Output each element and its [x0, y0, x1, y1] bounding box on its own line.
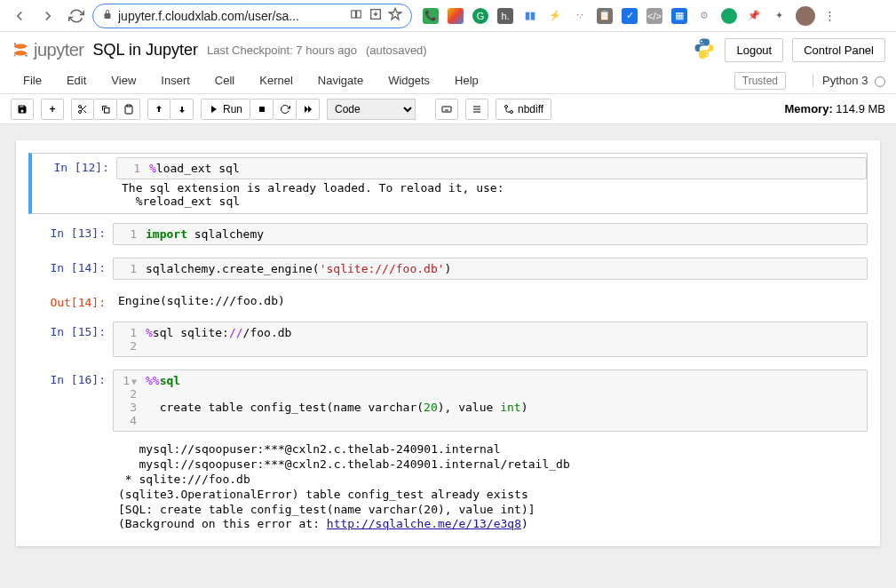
- cell-type-select[interactable]: Code: [327, 99, 416, 120]
- menu-widgets[interactable]: Widgets: [376, 74, 442, 87]
- star-icon[interactable]: [388, 7, 402, 24]
- run-button[interactable]: Run: [201, 99, 250, 120]
- code-input[interactable]: 1%load_ext sql: [116, 157, 867, 179]
- stop-button[interactable]: [250, 99, 274, 120]
- install-icon[interactable]: [369, 7, 383, 24]
- ext-icon[interactable]: [448, 8, 464, 24]
- jupyter-logo[interactable]: jupyter: [11, 40, 84, 60]
- control-panel-button[interactable]: Control Panel: [792, 38, 885, 62]
- ext-icon[interactable]: ✓: [622, 8, 638, 24]
- svg-point-8: [79, 105, 82, 107]
- nbdiff-button[interactable]: nbdiff: [496, 99, 551, 120]
- cell-output: Engine(sqlite:///foo.db): [113, 292, 868, 309]
- checkpoint-text: Last Checkpoint: 7 hours ago: [207, 44, 357, 57]
- profile-avatar[interactable]: [796, 6, 815, 26]
- back-button[interactable]: [7, 4, 32, 28]
- logout-button[interactable]: Logout: [725, 38, 783, 62]
- toolbar: + Run Code nbdiff Memory: 114.9 MB: [0, 94, 896, 124]
- ext-icon[interactable]: </>: [646, 8, 662, 24]
- address-bar[interactable]: jupyter.f.cloudxlab.com/user/sa...: [92, 4, 412, 28]
- input-prompt: In [12]:: [32, 157, 116, 210]
- notebook-title[interactable]: SQL in Jupyter: [93, 41, 198, 60]
- code-cell[interactable]: In [12]: 1%load_ext sql The sql extensio…: [28, 153, 868, 214]
- menu-help[interactable]: Help: [442, 74, 491, 87]
- svg-rect-10: [104, 107, 109, 113]
- cut-button[interactable]: [71, 99, 94, 120]
- ext-icon[interactable]: G: [472, 8, 488, 24]
- menu-view[interactable]: View: [99, 74, 148, 87]
- jupyter-header: jupyter SQL in Jupyter Last Checkpoint: …: [0, 32, 896, 68]
- menu-bar: File Edit View Insert Cell Kernel Naviga…: [0, 68, 896, 94]
- output-row: Out[14]: Engine(sqlite:///foo.db): [28, 289, 868, 313]
- paste-button[interactable]: [117, 99, 140, 120]
- menu-edit[interactable]: Edit: [54, 74, 99, 87]
- cell-output: mysql://sqoopuser:***@cxln2.c.thelab-240…: [113, 441, 868, 534]
- input-prompt: In [16]:: [28, 369, 113, 432]
- error-link[interactable]: http://sqlalche.me/e/13/e3q8: [327, 517, 521, 530]
- copy-button[interactable]: [94, 99, 117, 120]
- trusted-indicator[interactable]: Trusted: [734, 72, 786, 90]
- svg-rect-12: [259, 107, 265, 112]
- code-input[interactable]: 1import sqlalchemy: [113, 223, 868, 245]
- ext-icon[interactable]: h.: [497, 8, 513, 24]
- code-cell[interactable]: In [16]: 1▼%%sql23 create table config_t…: [28, 366, 868, 435]
- ext-icon[interactable]: 📋: [597, 8, 613, 24]
- menu-file[interactable]: File: [11, 74, 54, 87]
- memory-indicator: Memory: 114.9 MB: [785, 102, 885, 115]
- code-cell[interactable]: In [13]: 1import sqlalchemy: [28, 219, 868, 249]
- ext-icon[interactable]: ⚙: [696, 8, 712, 24]
- code-content: %load_ext sql: [149, 162, 240, 175]
- move-up-button[interactable]: [147, 99, 170, 120]
- url-text: jupyter.f.cloudxlab.com/user/sa...: [118, 9, 344, 23]
- kernel-indicator[interactable]: Python 3: [813, 74, 885, 87]
- code-input[interactable]: 1%sql sqlite:///foo.db2: [113, 322, 868, 357]
- keyboard-button[interactable]: [435, 99, 458, 120]
- menu-cell[interactable]: Cell: [202, 74, 247, 87]
- input-prompt: In [15]:: [28, 322, 113, 357]
- svg-point-4: [14, 51, 27, 56]
- ext-icon[interactable]: ▮▮: [522, 8, 538, 24]
- move-down-button[interactable]: [170, 99, 194, 120]
- code-cell[interactable]: In [14]: 1sqlalchemy.create_engine('sqli…: [28, 254, 868, 283]
- ext-icon[interactable]: [721, 8, 737, 24]
- svg-rect-1: [357, 11, 361, 18]
- svg-point-6: [25, 54, 28, 57]
- run-all-button[interactable]: [297, 99, 320, 120]
- puzzle-icon[interactable]: ✦: [771, 8, 787, 24]
- autosave-text: (autosaved): [366, 44, 427, 57]
- add-cell-button[interactable]: +: [41, 99, 64, 120]
- menu-navigate[interactable]: Navigate: [305, 74, 376, 87]
- browser-menu[interactable]: ⋮: [819, 5, 840, 27]
- command-palette-button[interactable]: [465, 99, 488, 120]
- save-button[interactable]: [11, 99, 34, 120]
- jupyter-logo-text: jupyter: [34, 40, 84, 60]
- cell-output: The sql extension is already loaded. To …: [116, 179, 867, 210]
- ext-icon[interactable]: 📞: [423, 8, 439, 24]
- ext-icon[interactable]: 📌: [746, 8, 762, 24]
- svg-rect-11: [127, 105, 131, 107]
- code-input[interactable]: 1▼%%sql23 create table config_test(name …: [113, 369, 868, 432]
- svg-point-17: [505, 105, 508, 107]
- svg-rect-0: [352, 11, 356, 18]
- kernel-status-icon: [875, 76, 885, 87]
- jupyter-logo-icon: [11, 40, 30, 60]
- menu-insert[interactable]: Insert: [148, 74, 202, 87]
- extension-icons: 📞 G h. ▮▮ ⚡ ⸪ 📋 ✓ </> ▦ ⚙ 📌 ✦: [423, 8, 787, 24]
- ext-icon[interactable]: ▦: [671, 8, 687, 24]
- reload-button[interactable]: [64, 4, 89, 28]
- input-prompt: In [14]:: [28, 258, 113, 280]
- svg-rect-13: [442, 107, 451, 112]
- forward-button[interactable]: [36, 4, 60, 28]
- restart-button[interactable]: [274, 99, 297, 120]
- ext-icon[interactable]: ⚡: [547, 8, 563, 24]
- ext-icon[interactable]: ⸪: [572, 8, 588, 24]
- output-prompt: Out[14]:: [28, 292, 113, 309]
- svg-point-9: [79, 110, 82, 113]
- svg-point-5: [14, 43, 16, 44]
- code-input[interactable]: 1sqlalchemy.create_engine('sqlite:///foo…: [113, 258, 868, 280]
- reader-icon[interactable]: [349, 8, 363, 23]
- code-cell[interactable]: In [15]: 1%sql sqlite:///foo.db2: [28, 318, 868, 361]
- browser-toolbar: jupyter.f.cloudxlab.com/user/sa... 📞 G h…: [0, 0, 896, 32]
- menu-kernel[interactable]: Kernel: [247, 74, 305, 87]
- svg-point-18: [511, 110, 513, 113]
